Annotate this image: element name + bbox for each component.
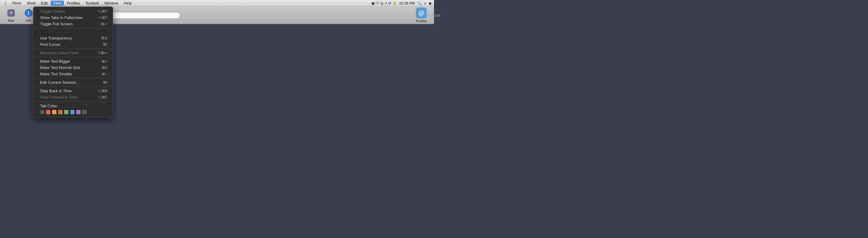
tab-color-section: Tab Color: ✕	[33, 102, 113, 116]
new-button[interactable]: + New	[4, 8, 19, 22]
show-tabs-label: Show Tabs in Fullscreen	[40, 15, 93, 20]
toggle-toolbar-label: Toggle Toolbar	[40, 9, 91, 13]
separator-2	[33, 48, 113, 49]
new-icon: +	[6, 8, 16, 18]
use-transparency-item[interactable]: Use Transparency ⌘U	[33, 35, 113, 41]
separator-3	[33, 57, 113, 57]
edit-session-label: Edit Current Session...	[40, 80, 97, 84]
edit-session-item[interactable]: Edit Current Session... ⌘I	[33, 79, 113, 86]
siri-icon[interactable]: ◉	[429, 1, 432, 5]
search-icon[interactable]: 🔍	[417, 1, 422, 5]
step-back-shortcut: ⌥⌘B	[97, 89, 107, 93]
toggle-fullscreen-container: Toggle Full Screen ⌘↩	[33, 21, 113, 27]
swatch-x[interactable]: ✕	[40, 110, 44, 114]
new-label: New	[8, 19, 14, 22]
text-smaller-item[interactable]: Make Text Smaller ⌘−	[33, 71, 113, 77]
tab-color-label: Tab Color:	[40, 104, 107, 108]
svg-text:i: i	[28, 10, 29, 16]
text-normal-item[interactable]: Make Text Normal Size ⌘0	[33, 65, 113, 71]
execute-label: Execute	[427, 13, 434, 18]
menubar-right: ▣ 🛡 ◎ ↗ ↺ 🔋 10:38 PM 🔍 ≡ ◉	[371, 1, 432, 5]
info-label: Info	[26, 19, 31, 22]
swatch-purple[interactable]	[76, 110, 81, 114]
edit-session-container: Edit Current Session... ⌘I	[33, 79, 113, 86]
menubar-profiles[interactable]: Profiles	[64, 1, 82, 6]
menubar-shell[interactable]: Shell	[24, 1, 38, 6]
maximize-pane-item[interactable]: Maximize Active Pane ⇧⌘↩	[33, 50, 113, 56]
show-tabs-shortcut: ⇧⌘T	[98, 16, 107, 20]
separator-6	[33, 101, 113, 102]
text-bigger-container: Make Text Bigger ⌘+	[33, 58, 113, 65]
use-transparency-shortcut: ⌘U	[101, 36, 107, 40]
show-tabs-item[interactable]: Show Tabs in Fullscreen ⇧⌘T	[33, 14, 113, 21]
toggle-toolbar-item[interactable]: Toggle Toolbar ⌥⌘T	[33, 8, 113, 14]
checkmark-icon: ✓	[33, 30, 37, 35]
text-normal-label: Make Text Normal Size	[40, 65, 96, 70]
text-normal-container: Make Text Normal Size ⌘0	[33, 65, 113, 71]
find-cursor-shortcut: ⌘/	[103, 42, 107, 47]
step-forward-shortcut: ⌥⌘F	[97, 95, 107, 99]
profiles-icon: @	[416, 7, 427, 19]
text-bigger-label: Make Text Bigger	[40, 59, 96, 64]
swatch-blue[interactable]	[70, 110, 74, 114]
swatch-green[interactable]	[64, 110, 68, 114]
toggle-fullscreen-item[interactable]: Toggle Full Screen ⌘↩	[33, 21, 113, 27]
color-swatches: ✕	[40, 110, 107, 114]
toggle-fullscreen-shortcut: ⌘↩	[101, 22, 107, 26]
clock: 10:38 PM	[399, 1, 415, 5]
system-icons: ▣ 🛡 ◎ ↗ ↺ 🔋	[371, 1, 397, 5]
step-back-container: Step Back in Time ⌥⌘B	[33, 88, 113, 94]
text-smaller-shortcut: ⌘−	[101, 72, 107, 76]
text-bigger-shortcut: ⌘+	[101, 59, 107, 64]
toggle-toolbar-container: Toggle Toolbar ⌥⌘T	[33, 8, 113, 14]
swatch-orange[interactable]	[52, 110, 56, 114]
menubar-help[interactable]: Help	[121, 1, 134, 6]
edit-session-shortcut: ⌘I	[103, 80, 107, 84]
list-icon[interactable]: ≡	[424, 1, 426, 5]
menubar:  iTerm Shell Edit View Profiles Toolbel…	[0, 0, 434, 7]
step-forward-container: Step Forward in Time ⌥⌘F	[33, 94, 113, 100]
use-transparency-container: ✓ Use Transparency ⌘U	[33, 29, 113, 41]
separator-4	[33, 78, 113, 78]
apple-menu[interactable]: 	[2, 1, 9, 6]
step-back-item[interactable]: Step Back in Time ⌥⌘B	[33, 88, 113, 94]
text-bigger-item[interactable]: Make Text Bigger ⌘+	[33, 58, 113, 65]
swatch-dark[interactable]	[82, 110, 87, 114]
info-icon: i	[24, 8, 33, 18]
step-forward-label: Step Forward in Time	[40, 95, 91, 99]
svg-text:+: +	[10, 10, 13, 16]
swatch-red[interactable]	[46, 110, 50, 114]
maximize-pane-shortcut: ⇧⌘↩	[98, 51, 107, 55]
menubar-view[interactable]: View	[51, 1, 64, 6]
menubar-edit[interactable]: Edit	[38, 1, 50, 6]
text-normal-shortcut: ⌘0	[101, 66, 107, 70]
maximize-pane-container: Maximize Active Pane ⇧⌘↩	[33, 50, 113, 56]
find-cursor-item[interactable]: Find Cursor ⌘/	[33, 41, 113, 47]
swatch-brown[interactable]	[58, 110, 62, 114]
toggle-fullscreen-label: Toggle Full Screen	[40, 22, 95, 26]
profiles-label: Profiles	[416, 19, 427, 23]
find-cursor-container: Find Cursor ⌘/	[33, 41, 113, 47]
show-tabs-container: Show Tabs in Fullscreen ⇧⌘T	[33, 14, 113, 21]
toggle-toolbar-shortcut: ⌥⌘T	[97, 9, 107, 13]
find-cursor-label: Find Cursor	[40, 42, 97, 47]
menubar-window[interactable]: Window	[102, 1, 121, 6]
step-forward-item[interactable]: Step Forward in Time ⌥⌘F	[33, 94, 113, 100]
step-back-label: Step Back in Time	[40, 89, 91, 93]
use-transparency-label: Use Transparency	[40, 36, 95, 40]
maximize-pane-label: Maximize Active Pane	[40, 50, 92, 55]
menubar-iterm[interactable]: iTerm	[9, 1, 24, 6]
text-smaller-label: Make Text Smaller	[40, 72, 96, 76]
view-menu-dropdown: Toggle Toolbar ⌥⌘T Show Tabs in Fullscre…	[33, 7, 113, 117]
separator-1	[33, 28, 113, 28]
menubar-toolbelt[interactable]: Toolbelt	[83, 1, 101, 6]
text-smaller-container: Make Text Smaller ⌘−	[33, 71, 113, 77]
separator-5	[33, 87, 113, 87]
